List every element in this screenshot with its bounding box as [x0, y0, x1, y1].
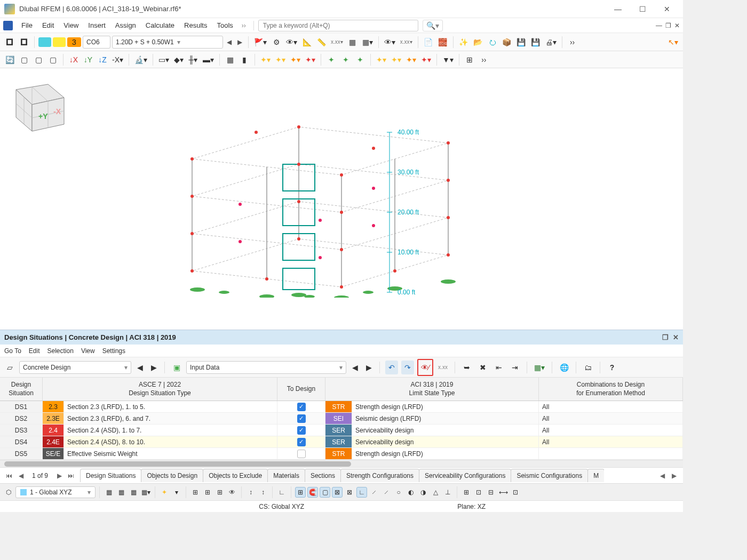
overflow2-icon[interactable]: ›› — [478, 53, 490, 67]
star4-icon[interactable]: ✦▾ — [304, 53, 317, 67]
co-combo[interactable]: CO6 — [83, 36, 110, 49]
next-page-button[interactable]: ▶ — [53, 472, 65, 479]
to-design-cell[interactable]: ✓ — [277, 413, 325, 424]
redo-table-icon[interactable]: ↷ — [401, 361, 414, 374]
eye-tool-icon[interactable]: 👁▾ — [383, 35, 397, 49]
filter-red-icon[interactable]: 🚩▾ — [252, 35, 268, 49]
bt24-icon[interactable]: ⊥ — [442, 487, 453, 498]
shape2-icon[interactable]: ◆▾ — [172, 53, 185, 67]
cat-prev-button[interactable]: ◀ — [134, 361, 145, 374]
panel-restore-icon[interactable]: ❐ — [665, 22, 671, 29]
axis-z-icon[interactable]: ↓Z — [96, 53, 109, 67]
panel-menu-edit[interactable]: Edit — [29, 347, 40, 355]
bt8-icon[interactable]: ⊞ — [214, 487, 225, 498]
bt5-icon[interactable]: ✦ — [159, 487, 170, 498]
axis-nx-icon[interactable]: -X▾ — [110, 53, 125, 67]
menu-assign[interactable]: Assign — [111, 19, 140, 31]
snap-rect-icon[interactable]: ▢ — [320, 487, 330, 498]
tool-d-icon[interactable]: 📏 — [315, 35, 328, 49]
to-design-cell[interactable] — [277, 448, 325, 459]
eye-inspect-icon[interactable]: 👁⁄ — [419, 361, 432, 374]
tab-objects-to-exclude[interactable]: Objects to Exclude — [203, 469, 268, 482]
xxx2-icon[interactable]: x.xx▾ — [399, 35, 414, 49]
load4-icon[interactable]: ✦▾ — [419, 53, 433, 67]
panel-close-icon[interactable]: ✕ — [674, 22, 680, 29]
star1-icon[interactable]: ✦▾ — [259, 53, 272, 67]
overflow-icon[interactable]: ›› — [566, 35, 579, 49]
menu-view[interactable]: View — [59, 19, 83, 31]
refresh-icon[interactable]: 🔄 — [3, 53, 16, 67]
prev-page-button[interactable]: ◀ — [15, 472, 27, 479]
tab-seismic-configurations[interactable]: Seismic Configurations — [511, 469, 588, 482]
box-icon[interactable]: 📦 — [500, 35, 513, 49]
microscope-icon[interactable]: 🔬▾ — [133, 53, 149, 67]
snap-grid-icon[interactable]: ⊞ — [295, 487, 306, 498]
table-row[interactable]: DS32.4Section 2.4 (ASD), 1. to 7.✓SERSer… — [0, 425, 683, 436]
menu-overflow[interactable]: ›› — [239, 22, 249, 29]
axis-x-icon[interactable]: ↓X — [67, 53, 80, 67]
to-design-checkbox[interactable]: ✓ — [297, 426, 306, 435]
table-row[interactable]: DS42.4ESection 2.4 (ASD), 8. to 10.✓SERS… — [0, 436, 683, 448]
green3-icon[interactable]: ✦ — [354, 53, 367, 67]
star3-icon[interactable]: ✦▾ — [289, 53, 302, 67]
mesh2-icon[interactable]: ▮ — [238, 53, 251, 67]
panel-minimize-icon[interactable]: — — [656, 22, 662, 29]
bt18-icon[interactable]: ⟋ — [369, 487, 379, 498]
xxx-small-icon[interactable]: x.xx — [436, 361, 449, 374]
load1-icon[interactable]: ✦▾ — [375, 53, 388, 67]
to-design-cell[interactable]: ✓ — [277, 425, 325, 436]
last-page-button[interactable]: ⏭ — [65, 472, 77, 479]
table-hscrollbar[interactable] — [0, 460, 683, 467]
cube2-icon[interactable]: ▢ — [32, 53, 45, 67]
cube1-icon[interactable]: ▢ — [18, 53, 30, 67]
bt23-icon[interactable]: △ — [430, 487, 441, 498]
bt7-icon[interactable]: ⊞ — [202, 487, 213, 498]
tree-icon[interactable]: 🞐 — [3, 35, 16, 49]
tab-serviceability-configurations[interactable]: Serviceability Configurations — [419, 469, 511, 482]
tab-m[interactable]: M — [587, 469, 604, 482]
move-right-icon[interactable]: ⇥ — [508, 361, 521, 374]
tabs-scroll-left[interactable]: ◀ — [656, 472, 668, 479]
delete-row-icon[interactable]: ✖ — [476, 361, 489, 374]
bt25-icon[interactable]: ⊞ — [461, 487, 472, 498]
green2-icon[interactable]: ✦ — [339, 53, 352, 67]
tab-design-situations[interactable]: Design Situations — [80, 469, 141, 482]
panel-undock-icon[interactable]: ❐ — [662, 333, 669, 341]
panel-menu-selection[interactable]: Selection — [47, 347, 74, 355]
to-design-checkbox[interactable]: ✓ — [297, 403, 306, 411]
shape1-icon[interactable]: ▭▾ — [157, 53, 171, 67]
bt29-icon[interactable]: ⊡ — [510, 487, 521, 498]
bt5b-icon[interactable]: ▾ — [171, 487, 182, 498]
grid-icon[interactable]: ▦▾ — [361, 35, 375, 49]
bt27-icon[interactable]: ⊟ — [486, 487, 496, 498]
to-design-checkbox[interactable] — [297, 450, 306, 458]
bt19-icon[interactable]: ⟋ — [381, 487, 392, 498]
panel-close-icon[interactable]: ✕ — [673, 333, 679, 341]
undo-table-icon[interactable]: ↶ — [385, 361, 398, 374]
axis-y-icon[interactable]: ↓Y — [82, 53, 94, 67]
bt21-icon[interactable]: ◐ — [406, 487, 416, 498]
loadcombo-combo[interactable]: 1.20D + S + 0.50W1▾ — [112, 36, 223, 49]
to-design-checkbox[interactable]: ✓ — [297, 438, 306, 446]
print-icon[interactable]: 🖨▾ — [544, 35, 558, 49]
load2-icon[interactable]: ✦▾ — [390, 53, 403, 67]
tool-b-icon[interactable]: 👁▾ — [284, 35, 299, 49]
snap-magnet-icon[interactable]: 🧲 — [307, 487, 318, 498]
mesh1-icon[interactable]: ▦ — [224, 53, 236, 67]
wall-icon[interactable]: 🧱 — [436, 35, 449, 49]
snap-angle-icon[interactable]: ∟ — [356, 487, 367, 498]
cursor-mode-icon[interactable]: ↖▾ — [666, 35, 680, 49]
orientation-cube[interactable]: +Y -X — [0, 68, 69, 138]
table-row[interactable]: DS22.3ESection 2.3 (LRFD), 6. and 7.✓SEI… — [0, 413, 683, 425]
excel-export-icon[interactable]: ▦▾ — [533, 361, 546, 374]
menu-results[interactable]: Results — [180, 19, 211, 31]
cube3-icon[interactable]: ▢ — [46, 53, 59, 67]
menu-tools[interactable]: Tools — [212, 19, 237, 31]
bt6-icon[interactable]: ⊞ — [190, 487, 201, 498]
star-new-icon[interactable]: ✨ — [457, 35, 470, 49]
data-next-button[interactable]: ▶ — [363, 361, 374, 374]
snap-x-icon[interactable]: ⊠ — [332, 487, 343, 498]
color-cyan-swatch[interactable] — [38, 37, 51, 47]
tool-c-icon[interactable]: 📐 — [300, 35, 313, 49]
menu-file[interactable]: File — [17, 19, 37, 31]
